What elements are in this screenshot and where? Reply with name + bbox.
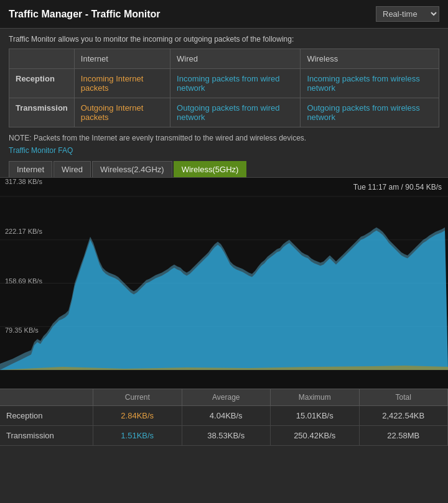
stats-col-total: Total <box>360 389 449 405</box>
stats-label-transmission: Transmission <box>0 426 93 445</box>
stats-col-current: Current <box>93 389 182 405</box>
stats-header-row: Current Average Maximum Total <box>0 389 448 406</box>
stats-row-reception: Reception 2.84KB/s 4.04KB/s 15.01KB/s 2,… <box>0 406 448 426</box>
stats-reception-average: 4.04KB/s <box>182 406 271 425</box>
stats-transmission-current: 1.51KB/s <box>93 426 182 445</box>
stats-col-label <box>0 389 93 405</box>
stats-row-transmission: Transmission 1.51KB/s 38.53KB/s 250.42KB… <box>0 426 448 446</box>
stats-label-reception: Reception <box>0 406 93 425</box>
note-text: NOTE: Packets from the Internet are even… <box>0 127 448 145</box>
col-header-empty <box>9 49 75 69</box>
col-header-wired: Wired <box>170 49 301 69</box>
description-text: Traffic Monitor allows you to monitor th… <box>0 29 448 48</box>
col-header-internet: Internet <box>74 49 170 69</box>
row-label-transmission: Transmission <box>9 98 75 127</box>
tab-wireless-5[interactable]: Wireless(5GHz) <box>174 161 247 177</box>
stats-reception-total: 2,422.54KB <box>360 406 449 425</box>
table-row-reception: Reception Incoming Internet packets Inco… <box>9 69 439 98</box>
reception-wireless: Incoming packets from wireless network <box>301 69 439 98</box>
info-table: Internet Wired Wireless Reception Incomi… <box>9 48 439 127</box>
row-label-reception: Reception <box>9 69 75 98</box>
realtime-dropdown[interactable]: Real-time Last 5 min Last 10 min <box>376 6 439 22</box>
transmission-internet: Outgoing Internet packets <box>74 98 170 127</box>
table-row-transmission: Transmission Outgoing Internet packets O… <box>9 98 439 127</box>
stats-transmission-total: 22.58MB <box>360 426 449 445</box>
stats-reception-current: 2.84KB/s <box>93 406 182 425</box>
page-title: Traffic Manager - Traffic Monitor <box>9 9 161 20</box>
tab-bar: Internet Wired Wireless(2.4GHz) Wireless… <box>0 161 448 177</box>
stats-col-average: Average <box>182 389 271 405</box>
transmission-wired: Outgoing packets from wired network <box>170 98 301 127</box>
col-header-wireless: Wireless <box>301 49 439 69</box>
stats-transmission-average: 38.53KB/s <box>182 426 271 445</box>
stats-section: Current Average Maximum Total Reception … <box>0 389 448 446</box>
tab-wired[interactable]: Wired <box>54 161 91 177</box>
faq-link[interactable]: Traffic Monitor FAQ <box>0 145 448 161</box>
tab-wireless-24[interactable]: Wireless(2.4GHz) <box>92 161 172 177</box>
stats-col-maximum: Maximum <box>271 389 360 405</box>
transmission-wireless: Outgoing packets from wireless network <box>301 98 439 127</box>
stats-transmission-maximum: 250.42KB/s <box>271 426 360 445</box>
tab-internet[interactable]: Internet <box>9 161 52 177</box>
stats-reception-maximum: 15.01KB/s <box>271 406 360 425</box>
chart-svg <box>0 178 448 389</box>
svg-marker-6 <box>0 228 448 370</box>
reception-internet: Incoming Internet packets <box>74 69 170 98</box>
reception-wired: Incoming packets from wired network <box>170 69 301 98</box>
traffic-chart: 317.38 KB/s 222.17 KB/s 158.69 KB/s 79.3… <box>0 177 448 389</box>
page-header: Traffic Manager - Traffic Monitor Real-t… <box>0 0 448 29</box>
